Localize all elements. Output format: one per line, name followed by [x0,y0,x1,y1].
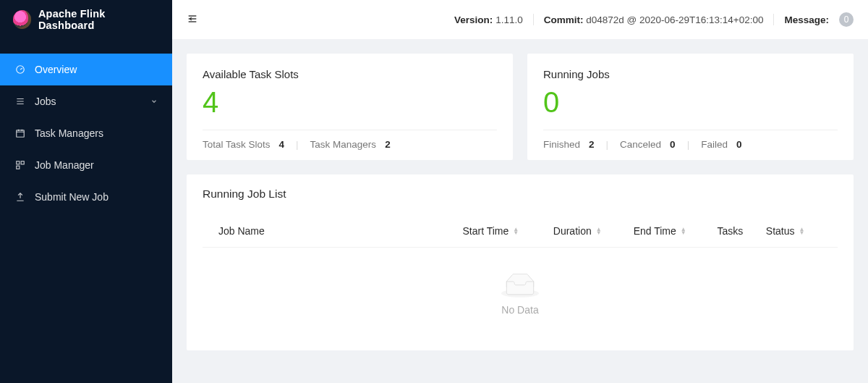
cards-row: Available Task Slots 4 Total Task Slots4… [187,54,854,160]
empty-state: No Data [187,248,854,350]
sort-icon: ▲▼ [799,227,805,235]
total-task-slots-value: 4 [279,139,285,150]
card-footer: Finished2 | Canceled0 | Failed0 [543,130,838,150]
flink-logo-icon [13,10,31,29]
empty-text: No Data [187,304,854,316]
sidebar-item-label: Task Managers [35,127,103,139]
chevron-down-icon [150,96,158,107]
sidebar-item-overview[interactable]: Overview [0,54,172,85]
sidebar-item-job-manager[interactable]: Job Manager [0,149,172,181]
card-title: Available Task Slots [203,68,497,80]
main: Version: 1.11.0 Commit: d04872d @ 2020-0… [172,0,868,383]
available-task-slots-value: 4 [203,85,497,119]
sidebar-item-task-managers[interactable]: Task Managers [0,117,172,149]
running-jobs-value: 0 [543,85,838,119]
running-job-list-panel: Running Job List Job Name Start Time▲▼ D… [187,174,854,350]
separator [533,14,534,25]
message-label: Message: [784,14,829,25]
brand-title: Apache Flink Dashboard [38,8,159,31]
column-header-duration[interactable]: Duration▲▼ [553,225,634,237]
finished-value: 2 [589,139,595,150]
svg-rect-2 [17,161,20,164]
sidebar-nav: Overview Jobs Task Managers Job Manager [0,39,172,213]
total-task-slots-label: Total Task Slots [203,139,271,150]
sort-icon: ▲▼ [681,227,686,235]
build-icon [14,160,26,170]
running-jobs-card: Running Jobs 0 Finished2 | Canceled0 | F… [527,54,854,160]
upload-icon [14,192,26,202]
svg-rect-4 [17,166,20,169]
message-count-badge[interactable]: 0 [839,12,854,27]
canceled-value: 0 [670,139,676,150]
column-header-job-name[interactable]: Job Name [218,225,462,237]
commit-label: Commit: [544,14,584,25]
topbar: Version: 1.11.0 Commit: d04872d @ 2020-0… [172,0,868,39]
svg-rect-1 [17,130,25,137]
svg-rect-3 [21,161,24,164]
available-task-slots-card: Available Task Slots 4 Total Task Slots4… [187,54,513,160]
card-title: Running Jobs [543,68,838,80]
sidebar-item-label: Job Manager [35,159,94,171]
menu-fold-icon[interactable] [187,13,198,27]
sidebar-item-jobs[interactable]: Jobs [0,85,172,117]
column-header-tasks[interactable]: Tasks [717,225,765,237]
schedule-icon [14,128,26,138]
failed-value: 0 [736,139,742,150]
sidebar: Apache Flink Dashboard Overview Jobs Tas… [0,0,172,383]
bars-icon [14,96,26,106]
sidebar-item-label: Jobs [35,96,56,107]
commit-value: d04872d @ 2020-06-29T16:13:14+02:00 [586,14,763,25]
brand[interactable]: Apache Flink Dashboard [0,0,172,39]
column-header-end-time[interactable]: End Time▲▼ [634,225,718,237]
sort-icon: ▲▼ [596,227,602,235]
panel-title: Running Job List [187,174,854,205]
sidebar-item-label: Overview [35,64,77,75]
canceled-label: Canceled [620,139,661,150]
failed-label: Failed [701,139,728,150]
sidebar-item-submit-new-job[interactable]: Submit New Job [0,181,172,213]
column-header-start-time[interactable]: Start Time▲▼ [462,225,553,237]
card-footer: Total Task Slots4 | Task Managers2 [203,130,497,150]
table-header: Job Name Start Time▲▼ Duration▲▼ End Tim… [203,215,838,248]
empty-box-icon [501,274,539,298]
sidebar-item-label: Submit New Job [35,191,109,203]
task-managers-value: 2 [385,139,391,150]
task-managers-label: Task Managers [310,139,377,150]
content: Available Task Slots 4 Total Task Slots4… [172,39,868,365]
finished-label: Finished [543,139,580,150]
version-value: 1.11.0 [495,14,523,25]
sort-icon: ▲▼ [513,227,519,235]
dashboard-icon [14,64,26,75]
separator [773,14,774,25]
column-header-status[interactable]: Status▲▼ [766,225,822,237]
version-label: Version: [454,14,493,25]
